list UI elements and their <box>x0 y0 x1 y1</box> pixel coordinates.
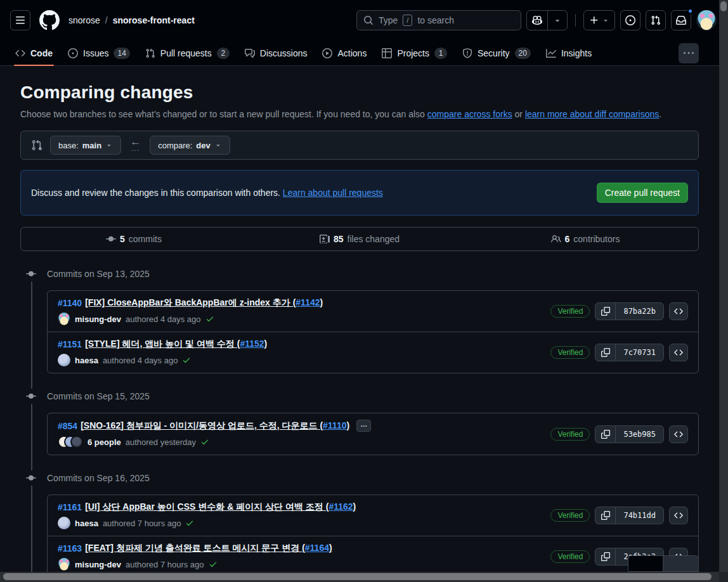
commit-message-link[interactable]: [UI] 상단 AppBar 높이 CSS 변수화 & 페이지 상단 여백 조정… <box>85 501 328 512</box>
breadcrumb-owner-link[interactable]: snorose <box>68 15 100 25</box>
tab-pull-requests[interactable]: Pull requests 2 <box>140 41 235 65</box>
diff-view-unified-button[interactable] <box>628 555 663 572</box>
tab-label: Code <box>30 48 53 58</box>
author-avatar-stack[interactable] <box>58 436 83 448</box>
tab-security[interactable]: Security 20 <box>457 41 536 65</box>
author-name-link[interactable]: haesa <box>75 519 98 528</box>
diff-view-split-button[interactable] <box>663 555 699 572</box>
notifications-button[interactable] <box>671 10 691 30</box>
compare-across-forks-link[interactable]: compare across forks <box>427 109 512 119</box>
browse-code-button[interactable] <box>669 507 688 524</box>
commits-stat[interactable]: 5 commits <box>21 228 247 250</box>
tab-label: Insights <box>561 48 592 58</box>
browse-code-button[interactable] <box>669 344 688 361</box>
branch-selector-bar: base: main ← ... compare: dev <box>20 131 699 160</box>
create-new-button[interactable] <box>583 10 615 30</box>
commit-number-link[interactable]: #1161 <box>58 502 82 512</box>
vertical-scrollbar-thumb[interactable] <box>720 1 727 11</box>
breadcrumb-repo-link[interactable]: snorose-front-react <box>113 15 195 25</box>
compare-label: compare: <box>158 141 192 150</box>
commit-sha-link[interactable]: 87ba22b <box>616 303 663 320</box>
commit-message-link[interactable]: [FIX] CloseAppBar와 BackAppBar에 z-index 추… <box>85 297 296 307</box>
tab-insights[interactable]: Insights <box>541 41 597 65</box>
copy-sha-button[interactable] <box>595 303 616 320</box>
search-input[interactable]: Type / to search <box>356 10 521 30</box>
checks-success-icon[interactable] <box>209 560 218 569</box>
commit-pr-link[interactable]: #1142 <box>296 297 320 307</box>
commit-pr-link[interactable]: #1164 <box>305 543 329 553</box>
author-avatar[interactable] <box>58 354 70 366</box>
author-avatar[interactable] <box>58 313 70 325</box>
commit-sha-link[interactable]: 7c70731 <box>616 344 663 361</box>
commit-pr-link[interactable]: #1162 <box>328 501 353 512</box>
checks-success-icon[interactable] <box>185 519 194 527</box>
commit-message-link[interactable]: [STYLE] 헤더, 앱바 높이 및 여백 수정 ( <box>85 339 240 349</box>
commit-sha-link[interactable]: 74b11dd <box>616 507 663 524</box>
diff-comparisons-link[interactable]: learn more about diff comparisons <box>525 109 659 119</box>
horizontal-scrollbar-thumb[interactable] <box>3 573 712 580</box>
commit-number-link[interactable]: #1163 <box>58 543 82 553</box>
tab-projects[interactable]: Projects 1 <box>377 41 452 65</box>
author-name-link[interactable]: 6 people <box>88 437 121 447</box>
pull-requests-dashboard-button[interactable] <box>646 10 666 30</box>
commit-pr-link[interactable]: #1152 <box>240 339 264 349</box>
author-name-link[interactable]: misung-dev <box>75 560 121 569</box>
verified-badge[interactable]: Verified <box>550 428 590 441</box>
author-name-link[interactable]: misung-dev <box>75 314 121 324</box>
checks-success-icon[interactable] <box>200 437 209 446</box>
commit-number-link[interactable]: #854 <box>58 421 77 431</box>
base-label: base: <box>58 141 79 150</box>
nav-overflow-button[interactable] <box>679 43 699 63</box>
commit-date-label: Commits on Sep 13, 2025 <box>47 269 150 279</box>
contributors-stat[interactable]: 6 contributors <box>472 228 698 250</box>
issues-dashboard-button[interactable] <box>620 10 640 30</box>
base-branch-dropdown[interactable]: base: main <box>50 136 121 155</box>
tab-issues[interactable]: Issues 14 <box>63 41 135 65</box>
commit-date-label: Commits on Sep 16, 2025 <box>47 473 150 483</box>
commit-message-link[interactable]: [FEAT] 청파제 기념 출석완료 토스트 메시지 문구 변경 ( <box>85 543 305 553</box>
commits-label: commits <box>129 234 162 244</box>
unread-notification-dot <box>687 8 693 14</box>
browse-code-button[interactable] <box>669 302 688 320</box>
github-logo[interactable] <box>39 10 60 30</box>
tab-code[interactable]: Code <box>10 41 58 65</box>
author-avatar[interactable] <box>70 436 83 448</box>
copy-sha-button[interactable] <box>595 548 616 565</box>
copilot-button[interactable] <box>527 11 547 30</box>
files-changed-stat[interactable]: 85 files changed <box>247 228 472 250</box>
checks-success-icon[interactable] <box>205 314 214 323</box>
author-avatar[interactable] <box>58 558 70 571</box>
commit-sha-link[interactable]: 53eb985 <box>616 426 663 443</box>
author-avatar[interactable] <box>58 517 70 529</box>
commit-date-label: Commits on Sep 15, 2025 <box>47 391 150 401</box>
verified-badge[interactable]: Verified <box>550 346 590 359</box>
graph-icon <box>546 48 556 58</box>
verified-badge[interactable]: Verified <box>550 509 590 522</box>
copy-sha-button[interactable] <box>595 426 616 443</box>
copy-sha-button[interactable] <box>595 344 616 361</box>
copy-sha-button[interactable] <box>595 507 616 524</box>
learn-about-pull-requests-link[interactable]: Learn about pull requests <box>283 188 383 198</box>
commit-number-link[interactable]: #1140 <box>58 298 82 308</box>
commit-time: authored 7 hours ago <box>103 519 181 528</box>
commit-number-link[interactable]: #1151 <box>58 339 82 349</box>
browse-code-button[interactable] <box>669 425 688 443</box>
compare-page: Comparing changes Choose two branches to… <box>0 66 728 582</box>
verified-badge[interactable]: Verified <box>550 305 590 318</box>
verified-badge[interactable]: Verified <box>550 550 590 563</box>
global-nav-menu-button[interactable] <box>10 10 30 30</box>
commit-pr-link[interactable]: #1110 <box>323 420 346 430</box>
tab-discussions[interactable]: Discussions <box>240 41 313 65</box>
comment-discussion-icon <box>245 48 255 58</box>
search-slash-key: / <box>403 15 412 26</box>
checks-success-icon[interactable] <box>182 356 191 365</box>
commit-message-link[interactable]: [SNO-162] 첨부파일 - 이미지/동영상 업로드, 수정, 다운로드 ( <box>81 420 323 430</box>
user-avatar[interactable] <box>696 10 717 30</box>
expand-commit-description-button[interactable]: … <box>356 420 371 432</box>
commit-row: #1161 [UI] 상단 AppBar 높이 CSS 변수화 & 페이지 상단… <box>48 495 698 536</box>
compare-branch-dropdown[interactable]: compare: dev <box>150 136 230 155</box>
create-pull-request-button[interactable]: Create pull request <box>597 183 688 203</box>
author-name-link[interactable]: haesa <box>75 356 98 365</box>
tab-actions[interactable]: Actions <box>317 41 372 65</box>
copilot-menu-button[interactable] <box>547 11 567 30</box>
